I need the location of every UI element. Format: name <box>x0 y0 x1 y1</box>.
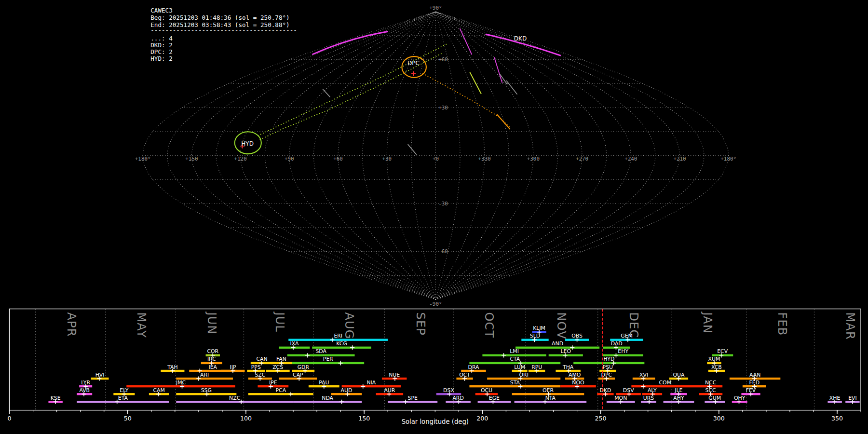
shower-OHY: OHY <box>732 395 747 404</box>
peak-marker <box>350 345 354 350</box>
shower-code-label: NZC <box>229 395 241 401</box>
shower-code-label: CAN <box>256 356 267 362</box>
tick-label: 250 <box>595 415 607 422</box>
tick-label: 50 <box>124 415 132 422</box>
shower-code-label: AVB <box>79 387 90 393</box>
shower-code-label: ERI <box>334 333 342 339</box>
shower-NUE: NUE <box>382 372 407 381</box>
radiant-center-cross <box>411 71 416 76</box>
shower-CAP: CAP <box>279 372 317 381</box>
month-label-OCT: OCT <box>482 312 496 338</box>
radiant-label-DKD: DKD <box>514 35 527 42</box>
shower-code-label: HVI <box>95 372 105 378</box>
month-label-NOV: NOV <box>555 312 568 339</box>
tick-label: 300 <box>713 415 725 422</box>
shower-code-label: HYD <box>603 356 614 362</box>
shower-code-label: THA <box>562 364 574 370</box>
shower-NTA: NTA <box>515 395 587 404</box>
shower-code-label: SDA <box>315 348 326 354</box>
meteor-track <box>506 81 517 95</box>
shower-DKD: DKD <box>597 387 613 396</box>
shower-code-label: LMI <box>510 348 519 354</box>
lon-label: +120 <box>234 156 246 162</box>
shower-XVI: XVI <box>633 372 655 381</box>
shower-code-label: ECV <box>717 348 728 354</box>
month-label-APR: APR <box>65 312 78 337</box>
shower-code-label: AAN <box>749 372 760 378</box>
shower-MON: MON <box>607 395 635 404</box>
shower-JMC: JMC <box>126 380 235 389</box>
tick-label: 150 <box>358 415 370 422</box>
shower-code-label: LUM <box>514 364 525 370</box>
meteor-counts: ...: 4DKD: 2DPC: 2HYD: 2 <box>150 35 173 62</box>
shower-KSE: KSE <box>48 395 62 404</box>
shower-code-label: ARI <box>200 372 209 378</box>
lat-label: -30 <box>438 201 448 207</box>
month-label-AUG: AUG <box>342 312 356 339</box>
shower-code-label: AUD <box>340 387 352 393</box>
sky-map-radiants: DKDDPCHYD <box>235 29 560 155</box>
shower-code-label: URS <box>643 395 654 401</box>
shower-AVB: AVB <box>77 387 92 396</box>
shower-AUR: AUR <box>376 387 403 396</box>
radiant-label-HYD: HYD <box>241 140 254 147</box>
lon-label: +180° <box>720 156 736 162</box>
shower-SPE: SPE <box>388 395 437 404</box>
shower-AND: AND <box>515 340 599 350</box>
shower-COM: COM <box>631 380 699 389</box>
shower-code-label: GEM <box>621 333 633 339</box>
shower-code-label: OER <box>542 387 554 393</box>
shower-code-label: DAD <box>611 340 623 347</box>
begin-time: Beg: 20251203 01:48:36 (sol = 250.78°) <box>150 14 289 21</box>
shower-IIP: IIP <box>221 364 244 373</box>
shower-ORI: ORI <box>487 372 560 381</box>
lon-label: +30 <box>382 156 392 162</box>
shower-code-label: COM <box>659 380 671 386</box>
shower-code-label: CAP <box>293 372 303 378</box>
shower-code-label: IXA <box>290 340 299 347</box>
shower-AHY: AHY <box>664 395 694 404</box>
shower-code-label: SSG <box>201 387 212 393</box>
count-line-dotdotdot: ...: 4 <box>150 35 173 42</box>
tick-label: 100 <box>240 415 252 422</box>
meteor-track <box>494 57 502 82</box>
shower-code-label: STA <box>510 380 520 386</box>
shower-SZC: SZC <box>248 372 272 381</box>
shower-code-label: JMC <box>176 380 186 386</box>
shower-code-label: GDR <box>298 364 310 370</box>
shower-ETA: ETA <box>77 395 169 404</box>
shower-code-label: OHY <box>734 395 746 401</box>
tick-label: 0 <box>7 415 11 422</box>
lat-label: +30 <box>438 105 448 111</box>
shower-NZC: NZC <box>176 395 293 404</box>
month-label-MAY: MAY <box>135 312 148 338</box>
month-label-SEP: SEP <box>414 312 427 336</box>
shower-code-label: ETA <box>118 395 128 401</box>
cams-radiant-plot: +90°+60+30-30-60-90°+180°+150+120+90+60+… <box>0 0 868 434</box>
radiant-label-DPC: DPC <box>407 60 420 67</box>
count-line-DPC: DPC: 2 <box>150 48 173 55</box>
shower-code-label: IEA <box>209 364 217 370</box>
shower-PCA: PCA <box>248 387 313 396</box>
radiant-drift-trail <box>423 74 510 128</box>
meteor-track-arc <box>313 31 388 54</box>
month-label-JAN: JAN <box>701 311 714 334</box>
shower-EVI: EVI <box>845 395 859 404</box>
shower-code-label: CTA <box>510 356 520 362</box>
shower-code-label: CAM <box>153 387 164 393</box>
shower-code-label: NUE <box>389 372 400 378</box>
month-label-JUL: JUL <box>273 311 286 332</box>
lon-label: +330 <box>478 156 491 162</box>
lon-label: +300 <box>527 156 540 162</box>
station-id: CAWEC3 <box>150 7 173 14</box>
shower-code-label: EHY <box>618 348 628 354</box>
shower-TAH: TAH <box>161 364 184 373</box>
shower-code-label: OCU <box>481 387 492 393</box>
lon-label: +90 <box>285 156 294 162</box>
shower-code-label: DSV <box>623 387 634 393</box>
lat-label: -60 <box>438 248 448 255</box>
shower-code-label: ARD <box>452 395 463 401</box>
lon-label: +0 <box>433 156 439 162</box>
peak-marker <box>403 400 407 404</box>
shower-code-label: LEO <box>560 348 571 354</box>
